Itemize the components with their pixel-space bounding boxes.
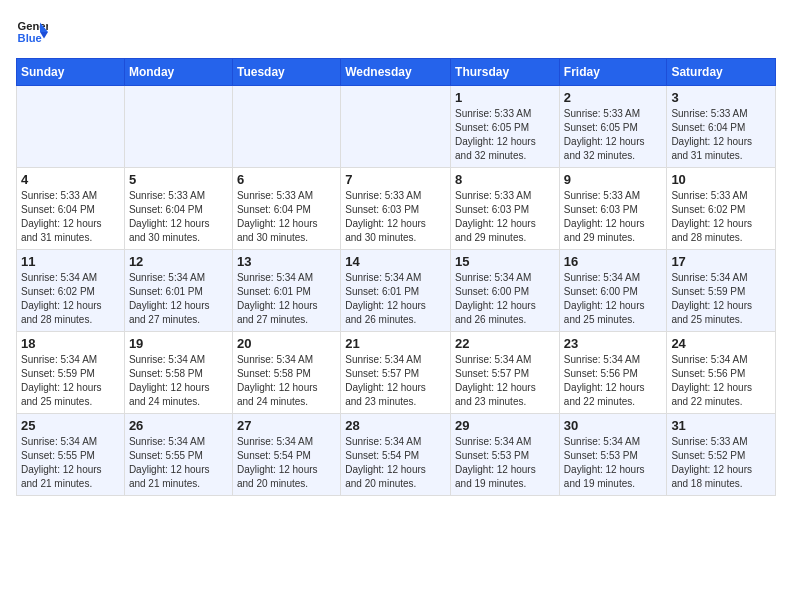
- day-header-thursday: Thursday: [451, 59, 560, 86]
- day-number: 5: [129, 172, 228, 187]
- day-number: 31: [671, 418, 771, 433]
- day-number: 18: [21, 336, 120, 351]
- day-info: Sunrise: 5:33 AM Sunset: 6:03 PM Dayligh…: [455, 189, 555, 245]
- calendar-cell: 28Sunrise: 5:34 AM Sunset: 5:54 PM Dayli…: [341, 414, 451, 496]
- calendar-cell: 11Sunrise: 5:34 AM Sunset: 6:02 PM Dayli…: [17, 250, 125, 332]
- day-info: Sunrise: 5:34 AM Sunset: 6:00 PM Dayligh…: [455, 271, 555, 327]
- day-info: Sunrise: 5:33 AM Sunset: 6:04 PM Dayligh…: [129, 189, 228, 245]
- day-info: Sunrise: 5:34 AM Sunset: 5:53 PM Dayligh…: [564, 435, 663, 491]
- day-number: 11: [21, 254, 120, 269]
- day-number: 15: [455, 254, 555, 269]
- day-number: 26: [129, 418, 228, 433]
- calendar-cell: 25Sunrise: 5:34 AM Sunset: 5:55 PM Dayli…: [17, 414, 125, 496]
- day-info: Sunrise: 5:34 AM Sunset: 6:01 PM Dayligh…: [345, 271, 446, 327]
- day-info: Sunrise: 5:34 AM Sunset: 5:53 PM Dayligh…: [455, 435, 555, 491]
- calendar-cell: [232, 86, 340, 168]
- day-info: Sunrise: 5:34 AM Sunset: 5:56 PM Dayligh…: [564, 353, 663, 409]
- calendar-cell: 30Sunrise: 5:34 AM Sunset: 5:53 PM Dayli…: [559, 414, 667, 496]
- day-info: Sunrise: 5:34 AM Sunset: 5:55 PM Dayligh…: [21, 435, 120, 491]
- day-number: 2: [564, 90, 663, 105]
- day-info: Sunrise: 5:34 AM Sunset: 5:54 PM Dayligh…: [345, 435, 446, 491]
- day-number: 17: [671, 254, 771, 269]
- day-number: 24: [671, 336, 771, 351]
- svg-text:Blue: Blue: [18, 32, 42, 44]
- day-number: 28: [345, 418, 446, 433]
- day-info: Sunrise: 5:34 AM Sunset: 5:56 PM Dayligh…: [671, 353, 771, 409]
- calendar-cell: 26Sunrise: 5:34 AM Sunset: 5:55 PM Dayli…: [124, 414, 232, 496]
- calendar-cell: 2Sunrise: 5:33 AM Sunset: 6:05 PM Daylig…: [559, 86, 667, 168]
- calendar-cell: 4Sunrise: 5:33 AM Sunset: 6:04 PM Daylig…: [17, 168, 125, 250]
- page-header: General Blue: [16, 16, 776, 48]
- day-number: 9: [564, 172, 663, 187]
- day-info: Sunrise: 5:34 AM Sunset: 5:58 PM Dayligh…: [129, 353, 228, 409]
- calendar-cell: 31Sunrise: 5:33 AM Sunset: 5:52 PM Dayli…: [667, 414, 776, 496]
- calendar-cell: 5Sunrise: 5:33 AM Sunset: 6:04 PM Daylig…: [124, 168, 232, 250]
- day-number: 8: [455, 172, 555, 187]
- day-number: 22: [455, 336, 555, 351]
- day-info: Sunrise: 5:33 AM Sunset: 6:05 PM Dayligh…: [455, 107, 555, 163]
- day-number: 29: [455, 418, 555, 433]
- calendar-week-row: 4Sunrise: 5:33 AM Sunset: 6:04 PM Daylig…: [17, 168, 776, 250]
- day-number: 20: [237, 336, 336, 351]
- calendar-week-row: 25Sunrise: 5:34 AM Sunset: 5:55 PM Dayli…: [17, 414, 776, 496]
- day-info: Sunrise: 5:33 AM Sunset: 6:05 PM Dayligh…: [564, 107, 663, 163]
- calendar-cell: [341, 86, 451, 168]
- day-number: 6: [237, 172, 336, 187]
- calendar-cell: 27Sunrise: 5:34 AM Sunset: 5:54 PM Dayli…: [232, 414, 340, 496]
- day-info: Sunrise: 5:34 AM Sunset: 5:54 PM Dayligh…: [237, 435, 336, 491]
- calendar-week-row: 11Sunrise: 5:34 AM Sunset: 6:02 PM Dayli…: [17, 250, 776, 332]
- day-info: Sunrise: 5:34 AM Sunset: 5:55 PM Dayligh…: [129, 435, 228, 491]
- calendar-header-row: SundayMondayTuesdayWednesdayThursdayFrid…: [17, 59, 776, 86]
- calendar-week-row: 18Sunrise: 5:34 AM Sunset: 5:59 PM Dayli…: [17, 332, 776, 414]
- day-header-saturday: Saturday: [667, 59, 776, 86]
- day-info: Sunrise: 5:34 AM Sunset: 5:57 PM Dayligh…: [455, 353, 555, 409]
- day-info: Sunrise: 5:34 AM Sunset: 6:01 PM Dayligh…: [129, 271, 228, 327]
- day-header-sunday: Sunday: [17, 59, 125, 86]
- calendar-cell: 1Sunrise: 5:33 AM Sunset: 6:05 PM Daylig…: [451, 86, 560, 168]
- calendar-cell: [124, 86, 232, 168]
- day-number: 7: [345, 172, 446, 187]
- day-number: 13: [237, 254, 336, 269]
- calendar-table: SundayMondayTuesdayWednesdayThursdayFrid…: [16, 58, 776, 496]
- day-info: Sunrise: 5:34 AM Sunset: 5:59 PM Dayligh…: [671, 271, 771, 327]
- day-number: 12: [129, 254, 228, 269]
- day-number: 25: [21, 418, 120, 433]
- logo-icon: General Blue: [16, 16, 48, 48]
- day-info: Sunrise: 5:34 AM Sunset: 5:59 PM Dayligh…: [21, 353, 120, 409]
- day-info: Sunrise: 5:33 AM Sunset: 6:02 PM Dayligh…: [671, 189, 771, 245]
- day-number: 21: [345, 336, 446, 351]
- calendar-cell: 3Sunrise: 5:33 AM Sunset: 6:04 PM Daylig…: [667, 86, 776, 168]
- calendar-cell: 13Sunrise: 5:34 AM Sunset: 6:01 PM Dayli…: [232, 250, 340, 332]
- day-header-tuesday: Tuesday: [232, 59, 340, 86]
- calendar-cell: 9Sunrise: 5:33 AM Sunset: 6:03 PM Daylig…: [559, 168, 667, 250]
- day-number: 4: [21, 172, 120, 187]
- day-number: 19: [129, 336, 228, 351]
- day-header-monday: Monday: [124, 59, 232, 86]
- day-header-friday: Friday: [559, 59, 667, 86]
- day-number: 10: [671, 172, 771, 187]
- day-info: Sunrise: 5:33 AM Sunset: 6:04 PM Dayligh…: [21, 189, 120, 245]
- day-number: 1: [455, 90, 555, 105]
- day-info: Sunrise: 5:34 AM Sunset: 6:00 PM Dayligh…: [564, 271, 663, 327]
- calendar-cell: 19Sunrise: 5:34 AM Sunset: 5:58 PM Dayli…: [124, 332, 232, 414]
- calendar-week-row: 1Sunrise: 5:33 AM Sunset: 6:05 PM Daylig…: [17, 86, 776, 168]
- calendar-cell: 12Sunrise: 5:34 AM Sunset: 6:01 PM Dayli…: [124, 250, 232, 332]
- day-number: 23: [564, 336, 663, 351]
- day-number: 27: [237, 418, 336, 433]
- calendar-cell: [17, 86, 125, 168]
- calendar-cell: 10Sunrise: 5:33 AM Sunset: 6:02 PM Dayli…: [667, 168, 776, 250]
- calendar-cell: 6Sunrise: 5:33 AM Sunset: 6:04 PM Daylig…: [232, 168, 340, 250]
- calendar-cell: 14Sunrise: 5:34 AM Sunset: 6:01 PM Dayli…: [341, 250, 451, 332]
- calendar-cell: 16Sunrise: 5:34 AM Sunset: 6:00 PM Dayli…: [559, 250, 667, 332]
- calendar-cell: 24Sunrise: 5:34 AM Sunset: 5:56 PM Dayli…: [667, 332, 776, 414]
- day-info: Sunrise: 5:34 AM Sunset: 5:57 PM Dayligh…: [345, 353, 446, 409]
- logo: General Blue: [16, 16, 52, 48]
- day-info: Sunrise: 5:33 AM Sunset: 6:04 PM Dayligh…: [237, 189, 336, 245]
- calendar-cell: 20Sunrise: 5:34 AM Sunset: 5:58 PM Dayli…: [232, 332, 340, 414]
- day-info: Sunrise: 5:33 AM Sunset: 5:52 PM Dayligh…: [671, 435, 771, 491]
- day-info: Sunrise: 5:34 AM Sunset: 6:01 PM Dayligh…: [237, 271, 336, 327]
- day-number: 16: [564, 254, 663, 269]
- day-number: 14: [345, 254, 446, 269]
- day-number: 30: [564, 418, 663, 433]
- day-info: Sunrise: 5:34 AM Sunset: 6:02 PM Dayligh…: [21, 271, 120, 327]
